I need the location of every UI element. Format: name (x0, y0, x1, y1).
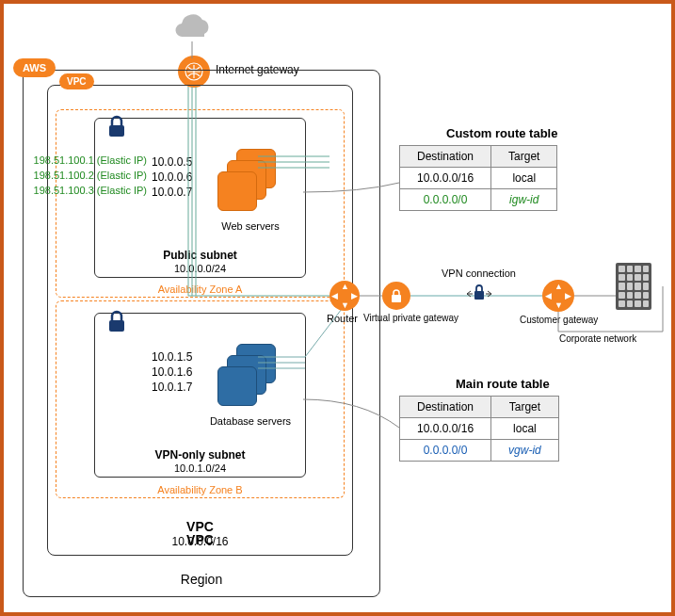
private-ip-list: 10.0.0.5 10.0.0.6 10.0.0.7 (152, 154, 192, 201)
availability-zone-b: Availability Zone B 10.0.1.5 10.0.1.6 10… (56, 300, 345, 498)
db-servers-icon (217, 344, 283, 410)
table-row: 0.0.0.0/0 igw-id (400, 189, 557, 211)
table-row: 10.0.0.0/16 local (400, 418, 559, 440)
private-ip: 10.0.1.7 (152, 380, 192, 395)
diagram-frame: Internet gateway AWS Region VPC VPC VPC … (0, 0, 675, 616)
db-ip-list: 10.0.1.5 10.0.1.6 10.0.1.7 (152, 349, 192, 396)
table-row: 0.0.0.0/0 vgw-id (400, 440, 559, 462)
private-ip: 10.0.0.5 (152, 154, 192, 170)
vpn-subnet-label: VPN-only subnet (95, 448, 305, 462)
table-header: Destination (400, 146, 491, 168)
vpc-cidr: 10.0.0.0/16 (48, 535, 352, 548)
svg-rect-3 (474, 291, 484, 300)
private-ip: 10.0.1.5 (152, 349, 192, 365)
public-subnet-label: Public subnet (95, 249, 305, 262)
custom-route-table-title: Custom route table (446, 126, 557, 140)
elastic-ip: 198.51.100.3 (Elastic IP) (15, 184, 147, 199)
svg-rect-1 (109, 320, 124, 332)
vpc-name: VPC (48, 519, 352, 534)
web-servers-label: Web servers (194, 220, 307, 232)
svg-rect-0 (109, 125, 124, 137)
customer-gateway-label: Customer gateway (520, 315, 598, 325)
private-ip: 10.0.1.6 (152, 365, 192, 380)
private-ip: 10.0.0.7 (152, 185, 192, 200)
public-subnet-box: 198.51.100.1 (Elastic IP) 198.51.100.2 (… (94, 118, 306, 278)
public-subnet-cidr: 10.0.0.0/24 (95, 263, 305, 274)
table-header: Target (491, 146, 557, 168)
custom-route-table: Destination Target 10.0.0.0/16 local 0.0… (399, 145, 557, 211)
vpg-label: Virtual private gateway (363, 313, 476, 323)
vpn-lock-icon (465, 283, 493, 309)
vpn-subnet-box: 10.0.1.5 10.0.1.6 10.0.1.7 Database serv… (94, 313, 306, 478)
vpc-box: VPC VPC 10.0.0.0/16 Availability Zone A … (47, 85, 353, 556)
availability-zone-a: Availability Zone A 198.51.100.1 (Elasti… (56, 109, 345, 298)
main-route-table: Destination Target 10.0.0.0/16 local 0.0… (399, 396, 559, 462)
table-row: 10.0.0.0/16 local (400, 168, 557, 189)
az-b-label: Availability Zone B (56, 484, 344, 495)
table-header: Destination (400, 397, 491, 418)
vpn-subnet-cidr: 10.0.1.0/24 (95, 462, 305, 474)
corporate-network-label: Corporate network (559, 333, 636, 344)
vpn-connection-label: VPN connection (442, 267, 516, 279)
virtual-private-gateway-icon (382, 282, 410, 310)
aws-badge: AWS (13, 58, 56, 77)
lock-icon (104, 309, 129, 333)
web-servers-icon (217, 149, 283, 215)
router-label: Router (327, 313, 358, 324)
lock-icon (104, 114, 129, 138)
region-box: Region VPC VPC VPC 10.0.0.0/16 Availabil… (23, 70, 380, 597)
region-label: Region (24, 572, 379, 587)
elastic-ip: 198.51.100.1 (Elastic IP) (15, 154, 147, 169)
private-ip: 10.0.0.6 (152, 170, 192, 185)
main-route-table-title: Main route table (456, 377, 550, 391)
elastic-ip: 198.51.100.2 (Elastic IP) (15, 169, 147, 184)
vpc-badge: VPC (59, 73, 94, 89)
db-servers-label: Database servers (194, 415, 307, 427)
table-header: Target (491, 397, 559, 418)
router-icon: ◀ ▶ ▲ ▼ (329, 281, 360, 311)
svg-rect-2 (392, 295, 401, 302)
customer-gateway-icon: ◀ ▶ ▲ ▼ (542, 280, 574, 312)
az-a-label: Availability Zone A (56, 284, 344, 295)
elastic-ip-list: 198.51.100.1 (Elastic IP) 198.51.100.2 (… (15, 154, 147, 199)
corporate-network-icon (616, 263, 651, 310)
internet-cloud-icon (169, 13, 216, 47)
